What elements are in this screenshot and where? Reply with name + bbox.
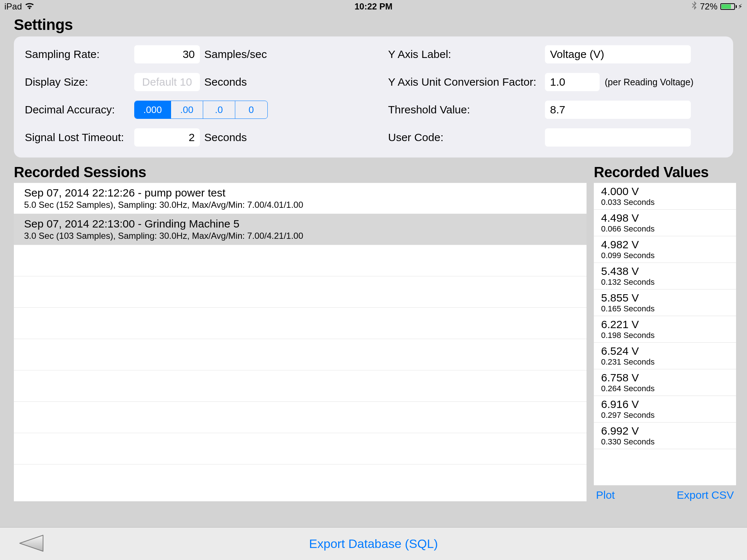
value-row-reading: 6.221 V (601, 318, 729, 331)
session-row[interactable]: Sep 07, 2014 22:12:26 - pump power test5… (14, 183, 587, 214)
value-row-reading: 4.498 V (601, 212, 729, 224)
value-row-reading: 4.982 V (601, 238, 729, 251)
sampling-rate-label: Sampling Rate: (25, 48, 134, 61)
y-axis-conversion-row: Y Axis Unit Conversion Factor: (per Read… (388, 72, 722, 92)
threshold-value-row: Threshold Value: (388, 100, 722, 120)
value-row[interactable]: 4.498 V0.066 Seconds (594, 210, 736, 236)
sampling-rate-unit: Samples/sec (204, 48, 267, 61)
status-bar: iPad 10:22 PM 72% ⚡︎ (0, 0, 747, 13)
signal-lost-input[interactable] (134, 128, 200, 147)
bluetooth-icon (691, 1, 697, 12)
battery-icon: ⚡︎ (720, 3, 743, 11)
plot-button[interactable]: Plot (596, 489, 615, 501)
value-row-time: 0.033 Seconds (601, 198, 729, 207)
y-axis-label-row: Y Axis Label: (388, 44, 722, 64)
settings-left-column: Sampling Rate: Samples/sec Display Size:… (25, 44, 359, 147)
recorded-sessions-title: Recorded Sessions (14, 164, 587, 183)
svg-marker-0 (20, 535, 43, 551)
status-left: iPad (4, 1, 34, 12)
page-title: Settings (0, 13, 747, 36)
export-csv-button[interactable]: Export CSV (677, 489, 734, 501)
decimal-accuracy-label: Decimal Accuracy: (25, 104, 134, 116)
display-size-label: Display Size: (25, 76, 134, 88)
empty-session-row (14, 402, 587, 433)
value-row-reading: 5.438 V (601, 265, 729, 277)
decimal-accuracy-segmented[interactable]: .000.00.00 (134, 101, 268, 119)
recorded-sessions-column: Recorded Sessions Sep 07, 2014 22:12:26 … (14, 164, 587, 501)
charging-icon: ⚡︎ (738, 3, 743, 11)
user-code-row: User Code: (388, 128, 722, 147)
value-row-reading: 5.855 V (601, 292, 729, 304)
value-row-time: 0.099 Seconds (601, 251, 729, 260)
value-row-time: 0.198 Seconds (601, 331, 729, 340)
back-button[interactable] (18, 534, 44, 554)
value-row[interactable]: 4.000 V0.033 Seconds (594, 183, 736, 210)
settings-panel: Sampling Rate: Samples/sec Display Size:… (14, 36, 733, 158)
value-row[interactable]: 6.916 V0.297 Seconds (594, 396, 736, 423)
y-axis-conversion-hint: (per Reading Voltage) (605, 77, 693, 88)
empty-session-row (14, 276, 587, 308)
value-row[interactable]: 5.855 V0.165 Seconds (594, 289, 736, 316)
value-row-reading: 4.000 V (601, 185, 729, 198)
decimal-accuracy-option[interactable]: .00 (171, 101, 203, 118)
empty-session-row (14, 370, 587, 402)
wifi-icon (25, 1, 34, 12)
empty-session-row (14, 245, 587, 276)
y-axis-label-label: Y Axis Label: (388, 48, 545, 61)
recorded-sessions-list[interactable]: Sep 07, 2014 22:12:26 - pump power test5… (14, 183, 587, 501)
value-row-time: 0.330 Seconds (601, 437, 729, 447)
user-code-label: User Code: (388, 131, 545, 144)
y-axis-conversion-label: Y Axis Unit Conversion Factor: (388, 76, 545, 88)
content-area: Recorded Sessions Sep 07, 2014 22:12:26 … (0, 164, 747, 501)
session-row-subtitle: 3.0 Sec (103 Samples), Sampling: 30.0Hz,… (24, 231, 576, 241)
signal-lost-unit: Seconds (204, 131, 247, 144)
display-size-input[interactable] (134, 73, 200, 91)
value-row[interactable]: 4.982 V0.099 Seconds (594, 236, 736, 263)
settings-right-column: Y Axis Label: Y Axis Unit Conversion Fac… (388, 44, 722, 147)
export-database-button[interactable]: Export Database (SQL) (309, 537, 438, 551)
threshold-value-label: Threshold Value: (388, 104, 545, 116)
value-row-time: 0.264 Seconds (601, 384, 729, 393)
recorded-values-list[interactable]: 4.000 V0.033 Seconds4.498 V0.066 Seconds… (594, 183, 736, 485)
decimal-accuracy-option[interactable]: .0 (203, 101, 235, 118)
value-row-reading: 6.758 V (601, 372, 729, 384)
threshold-value-input[interactable] (545, 101, 691, 119)
value-row[interactable]: 6.221 V0.198 Seconds (594, 316, 736, 343)
y-axis-conversion-input[interactable] (545, 73, 600, 91)
value-row[interactable]: 6.758 V0.264 Seconds (594, 369, 736, 396)
recorded-values-title: Recorded Values (594, 164, 736, 183)
sampling-rate-row: Sampling Rate: Samples/sec (25, 44, 359, 64)
sampling-rate-input[interactable] (134, 45, 200, 63)
session-row-subtitle: 5.0 Sec (152 Samples), Sampling: 30.0Hz,… (24, 200, 576, 210)
decimal-accuracy-option[interactable]: 0 (235, 101, 267, 118)
device-label: iPad (4, 1, 22, 12)
recorded-values-column: Recorded Values 4.000 V0.033 Seconds4.49… (594, 164, 736, 501)
empty-session-row (14, 308, 587, 339)
empty-session-row (14, 339, 587, 370)
value-row-time: 0.231 Seconds (601, 357, 729, 367)
status-time: 10:22 PM (355, 1, 392, 12)
value-row-reading: 6.524 V (601, 345, 729, 357)
signal-lost-label: Signal Lost Timeout: (25, 131, 134, 144)
value-row[interactable]: 6.992 V0.330 Seconds (594, 423, 736, 449)
back-arrow-icon (18, 534, 44, 553)
decimal-accuracy-option[interactable]: .000 (135, 101, 171, 118)
session-row[interactable]: Sep 07, 2014 22:13:00 - Grinding Machine… (14, 214, 587, 245)
status-right: 72% ⚡︎ (691, 1, 743, 12)
session-row-title: Sep 07, 2014 22:13:00 - Grinding Machine… (24, 218, 576, 230)
signal-lost-row: Signal Lost Timeout: Seconds (25, 128, 359, 147)
value-row-time: 0.066 Seconds (601, 224, 729, 234)
value-row-reading: 6.916 V (601, 398, 729, 411)
empty-session-row (14, 433, 587, 464)
decimal-accuracy-row: Decimal Accuracy: .000.00.00 (25, 100, 359, 120)
value-row-reading: 6.992 V (601, 425, 729, 437)
values-footer: Plot Export CSV (594, 485, 736, 501)
user-code-input[interactable] (545, 128, 691, 147)
y-axis-label-input[interactable] (545, 45, 691, 63)
value-row[interactable]: 5.438 V0.132 Seconds (594, 263, 736, 289)
value-row-time: 0.132 Seconds (601, 277, 729, 287)
display-size-row: Display Size: Seconds (25, 72, 359, 92)
bottom-toolbar: Export Database (SQL) (0, 527, 747, 560)
value-row[interactable]: 6.524 V0.231 Seconds (594, 343, 736, 369)
session-row-title: Sep 07, 2014 22:12:26 - pump power test (24, 187, 576, 199)
